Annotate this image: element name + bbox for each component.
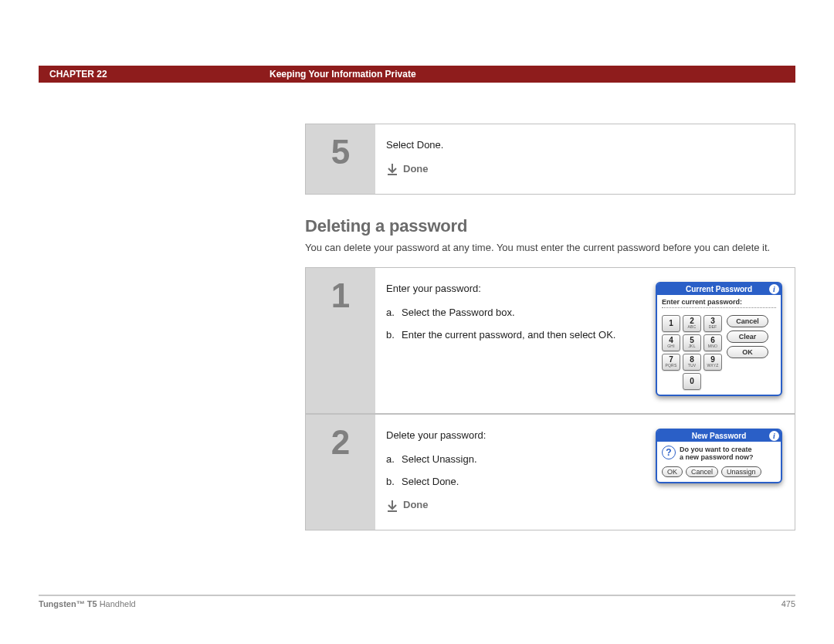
footer-product: Tungsten™ T5 Handheld — [39, 599, 136, 608]
chapter-header-bar: CHAPTER 22 Keeping Your Information Priv… — [39, 66, 795, 83]
key-7[interactable]: 7PQRS — [662, 354, 680, 371]
sub-letter: b. — [386, 328, 402, 343]
footer-product-rest: Handheld — [97, 599, 136, 608]
step-number: 2 — [331, 425, 350, 459]
step-number: 5 — [331, 135, 350, 169]
sub-item-b: b. Enter the current password, and then … — [386, 328, 643, 343]
dialog-title: New Password — [692, 432, 747, 440]
done-label: Done — [403, 498, 429, 513]
ok-button[interactable]: OK — [727, 346, 768, 358]
step-instruction: Select Done. — [386, 138, 782, 153]
step-number-column: 1 — [306, 268, 375, 413]
sub-list: a. Select the Password box. b. Enter the… — [386, 306, 643, 343]
unassign-button[interactable]: Unassign — [721, 466, 761, 477]
dialog-button-row: OK Cancel Unassign — [662, 466, 776, 477]
sub-text: Select Done. — [402, 475, 459, 490]
dialog-content: ? Do you want to create a new password n… — [657, 442, 781, 482]
done-marker: Done — [386, 498, 643, 513]
section-heading: Deleting a password — [305, 216, 795, 236]
step-body: Select Done. Done — [375, 124, 795, 194]
dialog-titlebar: New Password i — [657, 430, 781, 442]
palm-dialog-new-password: New Password i ? Do you want to create a… — [656, 429, 782, 483]
sub-letter: a. — [386, 306, 402, 320]
new-password-dialog-illustration: New Password i ? Do you want to create a… — [656, 429, 782, 513]
cancel-button[interactable]: Cancel — [727, 315, 768, 327]
ok-button[interactable]: OK — [662, 466, 683, 477]
key-3[interactable]: 3DEF — [703, 315, 722, 332]
current-password-dialog-illustration: Current Password i Enter current passwor… — [656, 282, 782, 396]
step-number: 1 — [331, 279, 350, 313]
sub-text: Select the Password box. — [402, 306, 515, 320]
dialog-body-row: 1 2ABC 3DEF 4GHI 5JKL 6MNO 7PQRS 8TUV 9W… — [662, 315, 776, 390]
dialog-side-buttons: Cancel Clear OK — [727, 315, 768, 390]
step-body: Enter your password: a. Select the Passw… — [375, 268, 795, 413]
sub-text: Select Unassign. — [402, 452, 477, 467]
question-icon: ? — [662, 446, 676, 459]
page-footer: Tungsten™ T5 Handheld 475 — [39, 595, 795, 608]
step-1-box: 1 Enter your password: a. Select the Pas… — [305, 267, 795, 414]
content-area: 5 Select Done. Done Deleting a — [305, 124, 795, 535]
info-icon[interactable]: i — [769, 431, 779, 441]
dialog-title: Current Password — [686, 285, 752, 293]
clear-button[interactable]: Clear — [727, 330, 768, 343]
key-5[interactable]: 5JKL — [683, 334, 701, 351]
dialog-titlebar: Current Password i — [657, 283, 781, 295]
dialog-prompt: Enter current password: — [662, 298, 776, 306]
key-1[interactable]: 1 — [662, 315, 680, 332]
step-text: Delete your password: a. Select Unassign… — [386, 429, 643, 513]
footer-product-bold: Tungsten™ T5 — [39, 599, 97, 608]
cancel-button[interactable]: Cancel — [686, 466, 718, 477]
step-5-box: 5 Select Done. Done — [305, 124, 795, 195]
step-2-box: 2 Delete your password: a. Select Unassi… — [305, 414, 795, 530]
sub-list: a. Select Unassign. b. Select Done. — [386, 452, 643, 490]
password-input-line[interactable] — [662, 307, 776, 310]
step-number-column: 5 — [306, 124, 375, 194]
dialog-message-row: ? Do you want to create a new password n… — [662, 446, 776, 462]
step-lead: Delete your password: — [386, 429, 643, 443]
key-6[interactable]: 6MNO — [703, 334, 722, 351]
chapter-label: CHAPTER 22 — [39, 69, 270, 80]
section-intro: You can delete your password at any time… — [305, 241, 795, 255]
sub-item-b: b. Select Done. — [386, 475, 643, 490]
dialog-message: Do you want to create a new password now… — [680, 446, 754, 462]
down-arrow-icon — [386, 500, 398, 512]
sub-item-a: a. Select Unassign. — [386, 452, 643, 467]
key-2[interactable]: 2ABC — [683, 315, 701, 332]
sub-letter: b. — [386, 475, 402, 490]
sub-letter: a. — [386, 452, 402, 467]
step-body: Delete your password: a. Select Unassign… — [375, 415, 795, 530]
key-9[interactable]: 9WXYZ — [703, 354, 722, 371]
palm-dialog-current-password: Current Password i Enter current passwor… — [656, 282, 782, 396]
dialog-content: Enter current password: 1 2ABC 3DEF 4GHI… — [657, 295, 781, 395]
key-4[interactable]: 4GHI — [662, 334, 680, 351]
done-label: Done — [403, 162, 429, 177]
info-icon[interactable]: i — [769, 284, 779, 294]
sub-text: Enter the current password, and then sel… — [402, 328, 615, 343]
key-0[interactable]: 0 — [683, 373, 701, 390]
sub-item-a: a. Select the Password box. — [386, 306, 643, 320]
down-arrow-icon — [386, 163, 398, 175]
chapter-title: Keeping Your Information Private — [270, 69, 416, 80]
page: CHAPTER 22 Keeping Your Information Priv… — [0, 0, 834, 644]
step-number-column: 2 — [306, 415, 375, 530]
done-marker: Done — [386, 162, 782, 177]
numeric-keypad: 1 2ABC 3DEF 4GHI 5JKL 6MNO 7PQRS 8TUV 9W… — [662, 315, 722, 390]
step-text: Enter your password: a. Select the Passw… — [386, 282, 643, 396]
step-text: Select Done. Done — [386, 138, 782, 177]
footer-page-number: 475 — [781, 599, 795, 608]
key-8[interactable]: 8TUV — [683, 354, 701, 371]
step-lead: Enter your password: — [386, 282, 643, 297]
